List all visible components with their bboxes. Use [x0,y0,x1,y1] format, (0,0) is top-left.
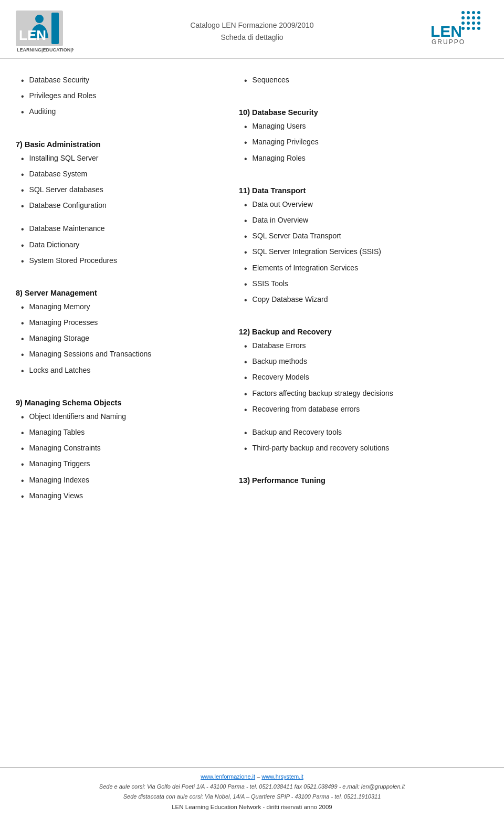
list-item: Third-party backup and recovery solution… [239,443,488,455]
header-center: Catalogo LEN Formazione 2009/2010 Scheda… [190,19,313,43]
list-item: Managing Constraints [16,443,218,455]
section8-header: 8) Server Management [16,289,218,297]
svg-point-14 [467,22,470,25]
svg-text:LEARNING|EDUCATION|NETWORK: LEARNING|EDUCATION|NETWORK [17,47,74,53]
list-item: Database Configuration [16,200,218,212]
svg-text:GRUPPO: GRUPPO [432,38,465,46]
footer-line2: Sede e aule corsi: Via Golfo dei Poeti 1… [16,782,488,792]
footer-line3: Sede distaccata con aule corsi: Via Nobe… [16,792,488,802]
list-item: Managing Processes [16,317,218,329]
svg-point-19 [472,27,475,30]
footer: www.lenformazione.it – www.hrsystem.it S… [0,767,504,818]
list-item: Database Security [16,75,218,87]
list-item: Database System [16,169,218,181]
footer-line4: LEN Learning Education Network - diritti… [16,802,488,813]
svg-point-10 [467,16,470,19]
svg-point-9 [461,16,465,19]
section12-header: 12) Backup and Recovery [239,328,488,336]
section12-list2: Backup and Recovery tools Third-party ba… [239,427,488,455]
list-item: Managing Storage [16,333,218,345]
len-logo-left-svg: LEARNING|EDUCATION|NETWORK LEN [16,11,74,53]
intro-bullets-right: Sequences [239,75,488,87]
list-item: Installing SQL Server [16,153,218,165]
logo-left: LEARNING|EDUCATION|NETWORK LEN [16,11,74,53]
svg-point-12 [477,16,480,19]
list-item: Backup methods [239,356,488,368]
left-column: Database Security Privileges and Roles A… [16,75,228,757]
section11-header: 11) Data Transport [239,186,488,195]
len-logo-right-svg: LEN GRUPPO [430,9,483,51]
footer-link2[interactable]: www.hrsystem.it [261,773,303,780]
svg-point-5 [461,11,465,14]
footer-link1[interactable]: www.lenformazione.it [201,773,255,780]
page: LEARNING|EDUCATION|NETWORK LEN Catalogo … [0,0,504,818]
list-item: Copy Database Wizard [239,294,488,306]
list-item: Data out Overview [239,199,488,211]
list-item: Auditing [16,106,218,118]
section12-list: Database Errors Backup methods Recovery … [239,340,488,416]
header: LEARNING|EDUCATION|NETWORK LEN Catalogo … [0,0,504,59]
intro-bullets-left: Database Security Privileges and Roles A… [16,75,218,119]
logo-right: LEN GRUPPO [430,9,483,53]
list-item: Managing Indexes [16,475,218,487]
section7-header: 7) Basic Administration [16,140,218,149]
list-item: Database Errors [239,340,488,352]
svg-point-1 [35,15,44,23]
list-item: Managing Users [239,121,488,133]
list-item: Managing Sessions and Transactions [16,349,218,361]
section7-list2: Database Maintenance Data Dictionary Sys… [16,223,218,267]
svg-point-6 [467,11,470,14]
list-item: Managing Views [16,490,218,502]
section7-list: Installing SQL Server Database System SQ… [16,153,218,213]
section8-list: Managing Memory Managing Processes Manag… [16,301,218,377]
list-item: Managing Tables [16,427,218,439]
section9-list: Object Identifiers and Naming Managing T… [16,411,218,502]
svg-rect-2 [51,13,59,44]
header-title-line1: Catalogo LEN Formazione 2009/2010 [190,19,313,31]
list-item: Recovery Models [239,372,488,384]
svg-point-18 [467,27,470,30]
list-item: Privileges and Roles [16,90,218,102]
svg-point-8 [477,11,480,14]
header-title-line2: Scheda di dettaglio [190,32,313,43]
list-item: Object Identifiers and Naming [16,411,218,423]
list-item: System Stored Procedures [16,255,218,267]
list-item: Sequences [239,75,488,87]
list-item: Backup and Recovery tools [239,427,488,439]
list-item: Database Maintenance [16,223,218,235]
list-item: SQL Server databases [16,184,218,196]
section10-header: 10) Database Security [239,108,488,117]
list-item: Managing Roles [239,153,488,165]
svg-point-15 [472,22,475,25]
list-item: Data Dictionary [16,239,218,251]
list-item: Factors affecting backup strategy decisi… [239,388,488,400]
list-item: SQL Server Data Transport [239,230,488,243]
svg-point-16 [477,22,480,25]
list-item: Managing Privileges [239,137,488,149]
svg-point-20 [477,27,480,30]
footer-separator: – [257,773,261,780]
main-content: Database Security Privileges and Roles A… [0,64,504,762]
list-item: SSIS Tools [239,278,488,290]
svg-point-11 [472,16,475,19]
section9-header: 9) Managing Schema Objects [16,398,218,407]
right-column: Sequences 10) Database Security Managing… [228,75,488,757]
list-item: SQL Server Integration Services (SSIS) [239,246,488,258]
list-item: Managing Memory [16,301,218,313]
section13-header: 13) Performance Tuning [239,476,488,485]
list-item: Data in Overview [239,215,488,227]
list-item: Locks and Latches [16,365,218,377]
footer-links: www.lenformazione.it – www.hrsystem.it [16,772,488,782]
section11-list: Data out Overview Data in Overview SQL S… [239,199,488,306]
svg-point-7 [472,11,475,14]
list-item: Elements of Integration Services [239,263,488,275]
svg-text:LEN: LEN [19,27,46,43]
list-item: Recovering from database errors [239,404,488,416]
svg-text:LEN: LEN [430,23,462,40]
section10-list: Managing Users Managing Privileges Manag… [239,121,488,165]
list-item: Managing Triggers [16,458,218,470]
